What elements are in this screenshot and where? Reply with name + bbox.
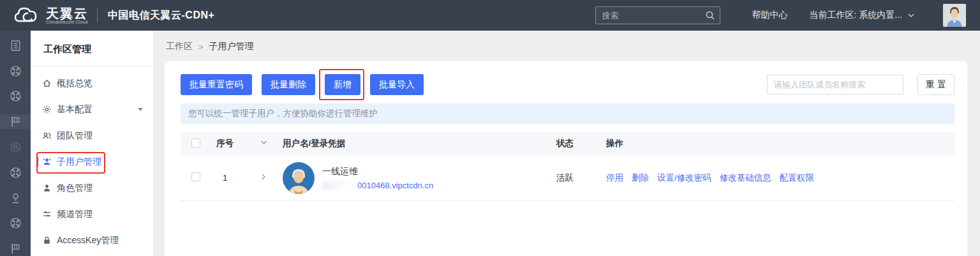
global-search-input[interactable] (595, 6, 720, 24)
credential-text: 0010468.vipctcdn.cn (357, 181, 433, 190)
gear-icon (42, 105, 52, 114)
sidebar-item-team[interactable]: 团队管理 (31, 123, 153, 149)
doc-list-icon[interactable] (0, 38, 31, 53)
sort-chevron-icon[interactable] (260, 139, 268, 147)
cloud-logo-icon (13, 5, 42, 26)
active-indicator (36, 157, 38, 167)
content-card: 批量重置密码 批量删除 新增 批量导入 重 置 您可以统一管理子用户，方便协助你… (165, 61, 967, 256)
workspace-switcher[interactable]: 当前工作区: 系统内置... (810, 10, 915, 21)
action-config-permission[interactable]: 配置权限 (780, 172, 814, 184)
expand-chevron-icon[interactable] (260, 173, 267, 181)
action-delete[interactable]: 删除 (632, 172, 649, 184)
flag-icon[interactable] (0, 114, 31, 129)
sidebar-title: 工作区管理 (31, 31, 153, 56)
icon-rail (0, 31, 31, 256)
row-avatar (283, 162, 315, 194)
sidebar-item-channel[interactable]: 频道管理 (31, 201, 153, 227)
sidebar-item-label: 概括总览 (57, 78, 93, 89)
caret-down-icon[interactable] (138, 108, 143, 111)
status-value: 活跃 (556, 172, 606, 184)
column-actions: 操作 (606, 138, 954, 149)
breadcrumb-separator: > (198, 42, 204, 52)
reset-button[interactable]: 重 置 (917, 74, 954, 95)
user-avatar[interactable] (943, 4, 966, 27)
notice-bar: 您可以统一管理子用户，方便协助你进行管理维护 (181, 103, 954, 124)
breadcrumb: 工作区 > 子用户管理 (166, 41, 254, 52)
brand-name: 天翼云 (46, 7, 88, 20)
toolbar: 批量重置密码 批量删除 新增 批量导入 重 置 (181, 74, 954, 95)
batch-delete-button[interactable]: 批量删除 (262, 74, 315, 95)
table-header: 序号 用户名/登录凭据 状态 操作 (181, 132, 954, 155)
user-name: 一线运维 (322, 166, 433, 177)
brand-subtitle: Chinatelecom Cloud (46, 20, 88, 24)
person-icon (42, 183, 52, 193)
sidebar-item-overview[interactable]: 概括总览 (31, 70, 153, 96)
sidebar-item-label: 子用户管理 (57, 156, 101, 168)
user-credential: 0010468.vipctcdn.cn (322, 181, 433, 190)
batch-import-button[interactable]: 批量导入 (370, 74, 424, 95)
table-row: 1 (181, 155, 954, 201)
brand-logo[interactable]: 天翼云 Chinatelecom Cloud (13, 5, 88, 26)
action-set-password[interactable]: 设置/修改密码 (657, 172, 711, 184)
cdn-globe-icon[interactable] (0, 216, 31, 230)
chevron-down-icon (907, 11, 915, 19)
redacted-blur (322, 181, 355, 190)
sidebar-item-label: AccessKey管理 (57, 235, 119, 246)
column-status: 状态 (556, 138, 606, 149)
member-search-input[interactable] (767, 75, 903, 94)
breadcrumb-root[interactable]: 工作区 (166, 41, 193, 52)
batch-reset-password-button[interactable]: 批量重置密码 (181, 74, 252, 95)
sidebar-item-label: 角色管理 (57, 183, 93, 194)
subuser-icon (42, 157, 52, 167)
sidebar-item-role[interactable]: 角色管理 (31, 175, 153, 201)
sidebar-item-subuser[interactable]: 子用户管理 (31, 149, 153, 175)
sidebar-item-label: 频道管理 (57, 209, 93, 220)
column-user: 用户名/登录凭据 (283, 138, 556, 149)
select-all-checkbox[interactable] (191, 139, 200, 147)
action-disable[interactable]: 停用 (606, 172, 623, 184)
column-index: 序号 (211, 138, 260, 149)
flag-icon[interactable] (0, 241, 31, 256)
row-actions: 停用 删除 设置/修改密码 修改基础信息 配置权限 (606, 172, 954, 184)
cdn-globe-icon[interactable] (0, 89, 31, 104)
row-index: 1 (211, 173, 260, 183)
sliders-icon (42, 209, 52, 219)
cdn-globe-icon[interactable] (0, 165, 31, 180)
top-header: 天翼云 Chinatelecom Cloud 中国电信天翼云-CDN+ 帮助中心… (0, 0, 980, 31)
breadcrumb-current: 子用户管理 (209, 41, 254, 52)
add-button[interactable]: 新增 (325, 74, 360, 95)
workspace-label: 当前工作区: 系统内置... (810, 10, 902, 21)
sidebar-divider (31, 66, 153, 66)
lock-icon (42, 236, 52, 245)
row-checkbox[interactable] (191, 172, 200, 181)
cdn-globe-icon[interactable] (0, 64, 31, 79)
sidebar-item-label: 团队管理 (57, 130, 93, 142)
team-icon (42, 131, 52, 140)
header-divider (97, 8, 98, 22)
sidebar-item-accesskey[interactable]: AccessKey管理 (31, 227, 153, 253)
help-center-link[interactable]: 帮助中心 (752, 10, 788, 21)
global-search (595, 6, 720, 24)
app-title: 中国电信天翼云-CDN+ (108, 9, 214, 22)
person-pin-icon[interactable] (0, 191, 31, 206)
action-edit-info[interactable]: 修改基础信息 (720, 172, 771, 184)
sidebar: 工作区管理 概括总览 基本配置 团队管理 子用户管理 角色管理 频道管理 (31, 31, 153, 256)
main-area: 工作区 > 子用户管理 批量重置密码 批量删除 新增 批量导入 重 置 您可以统… (153, 31, 980, 256)
sidebar-item-label: 基本配置 (57, 104, 93, 116)
sidebar-item-basic-config[interactable]: 基本配置 (31, 96, 153, 123)
home-icon (42, 79, 52, 88)
hexagon-search-icon[interactable] (0, 140, 31, 154)
search-icon[interactable] (705, 10, 715, 20)
